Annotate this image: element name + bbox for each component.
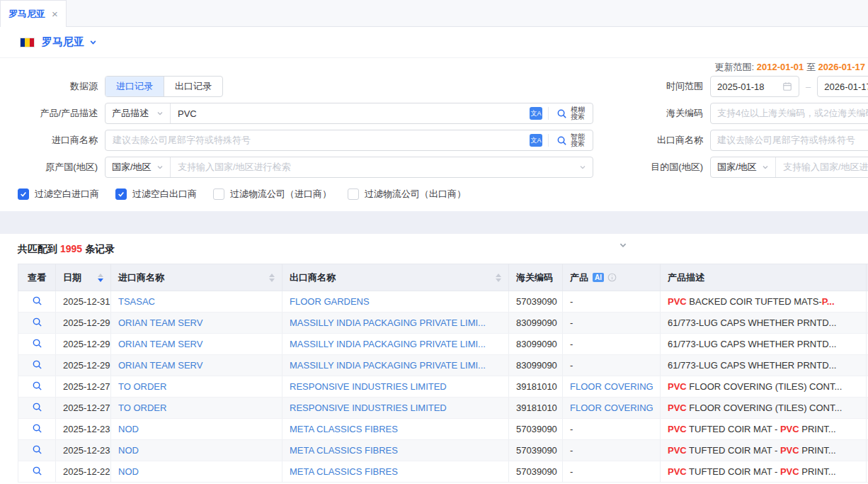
keyword-highlight: PVC — [668, 296, 687, 307]
view-record-icon[interactable] — [32, 402, 42, 412]
tab-romania[interactable]: 罗马尼亚 × — [0, 0, 67, 27]
smart-search-button[interactable]: 智能搜索 — [549, 130, 593, 150]
cell-exporter: RESPONSIVE INDUSTRIES LIMITED — [282, 376, 509, 398]
cell-exporter: RESPONSIVE INDUSTRIES LIMITED — [282, 398, 509, 419]
translate-icon[interactable]: 文A — [530, 134, 542, 147]
filter-checkbox-0[interactable]: 过滤空白进口商 — [18, 188, 99, 201]
hscode-input[interactable]: 支持4位以上海关编码，或2位海关编码加 — [710, 103, 868, 124]
view-button[interactable] — [18, 440, 56, 461]
product-link[interactable]: FLOOR COVERING — [570, 381, 653, 392]
view-button[interactable] — [18, 461, 56, 483]
cell-date: 2025-12-29 — [56, 355, 111, 376]
view-record-icon[interactable] — [32, 466, 42, 476]
sort-icons-exporter[interactable] — [491, 274, 501, 282]
product-link[interactable]: FLOOR COVERING — [570, 403, 653, 413]
product-type-select[interactable]: 产品描述 — [105, 103, 171, 123]
keyword-highlight: PVC — [668, 445, 687, 456]
product-input[interactable]: PVC — [171, 108, 530, 119]
destination-type-select[interactable]: 国家/地区 — [711, 157, 776, 177]
checkbox-icon[interactable] — [213, 188, 224, 200]
cell-date: 2025-12-29 — [56, 313, 111, 334]
view-record-icon[interactable] — [32, 317, 42, 327]
cell-exporter: FLOOR GARDENS — [282, 291, 509, 313]
filter-checkbox-2[interactable]: 过滤物流公司（进口商） — [213, 188, 331, 201]
table-row: 2025-12-29ORIAN TEAM SERVMASSILLY INDIA … — [18, 313, 868, 334]
datasource-option-export[interactable]: 出口记录 — [164, 77, 222, 96]
datasource-option-import[interactable]: 进口记录 — [105, 77, 164, 96]
exporter-link[interactable]: RESPONSIVE INDUSTRIES LIMITED — [290, 403, 447, 413]
importer-link[interactable]: ORIAN TEAM SERV — [118, 360, 202, 371]
filter-row-importer: 进口商名称 建议去除公司尾部字符或特殊符号 文A 智能搜索 出口商名称 建议去除… — [0, 130, 868, 151]
table-row: 2025-12-23NODMETA CLASSICS FIBRES5703909… — [18, 419, 868, 440]
update-range: 更新范围: 2012-01-01 至 2026-01-17 — [0, 61, 868, 73]
exporter-link[interactable]: MASSILLY INDIA PACKAGING PRIVATE LIMI... — [290, 317, 486, 328]
product-value: - — [570, 466, 573, 477]
view-button[interactable] — [18, 398, 56, 419]
filter-checkbox-3[interactable]: 过滤物流公司（出口商） — [348, 188, 466, 201]
sort-icons-date[interactable] — [93, 274, 103, 282]
importer-link[interactable]: ORIAN TEAM SERV — [118, 339, 202, 349]
column-header-exporter[interactable]: 出口商名称 — [282, 264, 509, 291]
importer-link[interactable]: TO ORDER — [118, 403, 166, 413]
exporter-link[interactable]: META CLASSICS FIBRES — [290, 445, 398, 456]
exporter-link[interactable]: MASSILLY INDIA PACKAGING PRIVATE LIMI... — [290, 360, 486, 371]
calendar-icon — [782, 81, 792, 91]
fuzzy-search-button[interactable]: 模糊搜索 — [549, 103, 593, 123]
column-header-date[interactable]: 日期 — [56, 264, 111, 291]
filter-checkbox-1[interactable]: 过滤空白出口商 — [115, 188, 197, 201]
cell-importer: ORIAN TEAM SERV — [111, 334, 282, 355]
importer-link[interactable]: ORIAN TEAM SERV — [118, 317, 202, 328]
importer-input[interactable]: 建议去除公司尾部字符或特殊符号 — [105, 134, 530, 147]
exporter-input[interactable]: 建议去除公司尾部字符或特殊符号 — [710, 130, 868, 151]
origin-input[interactable]: 支持输入国家/地区进行检索 — [171, 161, 579, 174]
exporter-link[interactable]: META CLASSICS FIBRES — [290, 466, 398, 477]
column-header-importer[interactable]: 进口商名称 — [111, 264, 282, 291]
exporter-link[interactable]: RESPONSIVE INDUSTRIES LIMITED — [290, 381, 447, 392]
view-record-icon[interactable] — [32, 359, 42, 370]
importer-link[interactable]: NOD — [118, 424, 139, 434]
exporter-link[interactable]: META CLASSICS FIBRES — [290, 424, 398, 434]
checkbox-icon[interactable] — [348, 188, 359, 200]
importer-link[interactable]: NOD — [118, 445, 139, 456]
checkbox-icon[interactable] — [18, 188, 29, 200]
view-record-icon[interactable] — [32, 444, 42, 455]
view-button[interactable] — [18, 313, 56, 334]
country-name[interactable]: 罗马尼亚 — [42, 35, 84, 49]
view-button[interactable] — [18, 376, 56, 398]
results-table-wrap: 查看 日期 进口商名称 出口商名称 海关编码 产品 AI 产品描述 2025-1… — [18, 264, 868, 483]
exporter-link[interactable]: MASSILLY INDIA PACKAGING PRIVATE LIMI... — [290, 339, 486, 349]
checkbox-icon[interactable] — [115, 188, 127, 200]
exporter-link[interactable]: FLOOR GARDENS — [290, 296, 370, 307]
column-header-hscode: 海关编码 — [509, 264, 563, 291]
cell-importer: NOD — [111, 419, 282, 440]
view-record-icon[interactable] — [32, 381, 42, 391]
view-record-icon[interactable] — [32, 423, 42, 434]
cell-date: 2025-12-29 — [56, 334, 111, 355]
date-from-input[interactable]: 2025-01-18 — [710, 76, 799, 97]
destination-input[interactable]: 支持输入国家/地区进行检索 — [776, 161, 868, 174]
chevron-down-icon[interactable] — [89, 38, 97, 46]
origin-type-select[interactable]: 国家/地区 — [105, 157, 171, 177]
importer-link[interactable]: NOD — [118, 466, 139, 477]
view-button[interactable] — [18, 334, 56, 355]
importer-link[interactable]: TSASAC — [118, 296, 155, 307]
info-icon[interactable] — [607, 273, 617, 282]
view-button[interactable] — [18, 291, 56, 313]
cell-hscode: 57039090 — [509, 461, 563, 483]
datasource-label: 数据源 — [0, 80, 105, 93]
cell-importer: TO ORDER — [111, 376, 282, 398]
tab-bar: 罗马尼亚 × — [0, 0, 868, 27]
translate-icon[interactable]: 文A — [530, 107, 542, 120]
view-record-icon[interactable] — [32, 296, 42, 306]
view-button[interactable] — [18, 419, 56, 440]
sort-icons-importer[interactable] — [265, 274, 275, 282]
view-button[interactable] — [18, 355, 56, 376]
tab-close-icon[interactable]: × — [52, 9, 58, 19]
chevron-down-icon — [619, 241, 627, 249]
view-record-icon[interactable] — [32, 338, 42, 349]
cell-importer: ORIAN TEAM SERV — [111, 313, 282, 334]
cell-description: PVC FLOOR COVERING (TILES) CONT... — [661, 398, 867, 419]
importer-link[interactable]: TO ORDER — [118, 381, 166, 392]
table-row: 2025-12-29ORIAN TEAM SERVMASSILLY INDIA … — [18, 355, 868, 376]
date-to-input[interactable]: 2026-01-17 — [817, 76, 868, 97]
